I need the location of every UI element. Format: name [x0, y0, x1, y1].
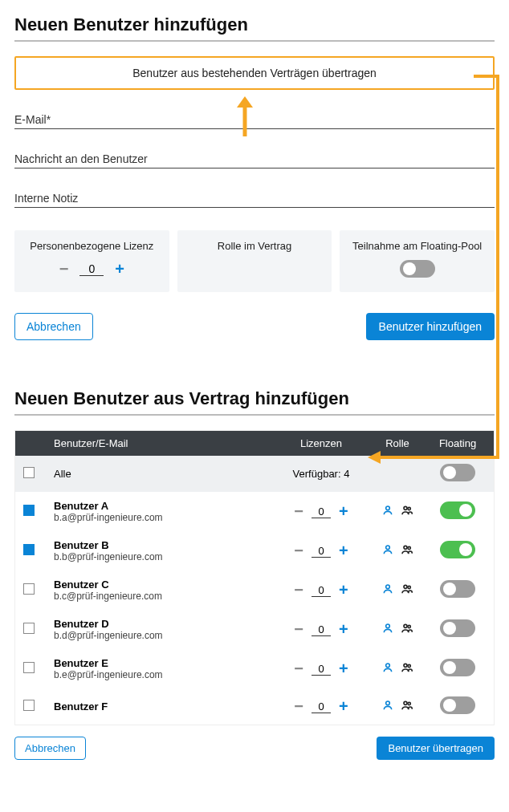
role-single-user-icon[interactable] — [381, 504, 394, 519]
col-license-header: Lizenzen — [277, 437, 365, 449]
row-lic-input[interactable] — [312, 623, 331, 636]
cancel-button[interactable]: Abbrechen — [14, 313, 93, 340]
role-card-title: Rolle im Vertrag — [185, 240, 324, 252]
user-name: Benutzer D — [54, 618, 277, 630]
svg-point-11 — [408, 546, 410, 549]
row-checkbox[interactable] — [23, 662, 35, 673]
license-stepper: − + — [22, 260, 161, 278]
svg-point-6 — [386, 506, 390, 510]
col-floating-header: Floating — [430, 437, 486, 449]
row-lic-minus[interactable]: − — [294, 697, 303, 716]
role-group-icon[interactable] — [401, 583, 413, 598]
row-floating-toggle[interactable] — [440, 619, 475, 637]
role-single-user-icon[interactable] — [381, 583, 394, 598]
license-value-input[interactable] — [79, 262, 104, 276]
internal-note-label: Interne Notiz — [14, 192, 78, 205]
license-card: Personenbezogene Lizenz − + — [14, 230, 169, 292]
table-row: Benutzer Cb.c@prüf-ingenieure.com−+ — [15, 570, 494, 610]
row-lic-minus[interactable]: − — [294, 502, 303, 521]
user-name: Benutzer E — [54, 657, 277, 669]
table-row: Benutzer Bb.b@prüf-ingenieure.com−+ — [15, 531, 494, 570]
row-lic-input[interactable] — [312, 545, 331, 558]
email-label: E-Mail* — [14, 113, 51, 126]
role-group-icon[interactable] — [401, 543, 413, 558]
row-lic-plus[interactable]: + — [339, 620, 348, 639]
transfer-users-button[interactable]: Benutzer übertragen — [377, 737, 495, 760]
svg-point-10 — [404, 546, 407, 549]
internal-note-field[interactable]: Interne Notiz — [14, 191, 495, 208]
row-lic-plus[interactable]: + — [339, 502, 348, 521]
role-single-user-icon[interactable] — [381, 699, 394, 714]
floating-card: Teilnahme am Floating-Pool — [340, 230, 495, 292]
svg-point-18 — [386, 664, 390, 668]
row-checkbox[interactable] — [23, 505, 35, 516]
role-single-user-icon[interactable] — [381, 543, 394, 558]
role-single-user-icon[interactable] — [381, 622, 394, 637]
email-field[interactable]: E-Mail* — [14, 112, 495, 129]
row-checkbox[interactable] — [23, 583, 35, 595]
role-card: Rolle im Vertrag — [177, 230, 332, 292]
svg-point-9 — [386, 546, 390, 550]
license-plus-button[interactable]: + — [115, 260, 124, 278]
transfer-from-contracts-button[interactable]: Benutzer aus bestehenden Verträgen übert… — [14, 56, 495, 90]
row-lic-minus[interactable]: − — [294, 660, 303, 678]
table-row: Benutzer Ab.a@prüf-ingenieure.com−+ — [15, 492, 494, 531]
row-lic-plus[interactable]: + — [339, 581, 348, 599]
floating-toggle-all[interactable] — [440, 464, 475, 481]
row-checkbox[interactable] — [23, 623, 35, 634]
role-group-icon[interactable] — [401, 504, 413, 519]
svg-point-22 — [404, 701, 407, 704]
user-email: b.d@prüf-ingenieure.com — [54, 630, 277, 641]
row-lic-input[interactable] — [312, 584, 331, 597]
add-user-button[interactable]: Benutzer hinzufügen — [366, 313, 495, 340]
row-lic-input[interactable] — [312, 700, 331, 713]
svg-point-12 — [386, 585, 390, 589]
users-table: Benutzer/E-Mail Lizenzen Rolle Floating … — [14, 430, 495, 725]
checkbox-all[interactable] — [23, 467, 35, 478]
svg-point-23 — [408, 702, 410, 704]
user-email: b.a@prüf-ingenieure.com — [54, 512, 277, 523]
svg-point-21 — [386, 701, 390, 705]
floating-toggle[interactable] — [400, 260, 435, 278]
svg-point-16 — [404, 624, 407, 627]
col-user-header: Benutzer/E-Mail — [54, 437, 277, 449]
cancel-button-bottom[interactable]: Abbrechen — [14, 737, 86, 760]
table-row: Benutzer Eb.e@prüf-ingenieure.com−+ — [15, 649, 494, 688]
user-email: b.c@prüf-ingenieure.com — [54, 591, 277, 602]
row-lic-minus[interactable]: − — [294, 581, 303, 599]
svg-point-14 — [408, 586, 410, 588]
svg-marker-1 — [237, 96, 253, 108]
row-lic-minus[interactable]: − — [294, 620, 303, 639]
table-header: Benutzer/E-Mail Lizenzen Rolle Floating — [15, 431, 494, 456]
license-card-title: Personenbezogene Lizenz — [22, 240, 161, 252]
role-group-icon[interactable] — [401, 622, 413, 637]
license-minus-button[interactable]: − — [59, 260, 69, 278]
available-label: Verfügbar: 4 — [277, 468, 365, 480]
row-lic-plus[interactable]: + — [339, 697, 348, 716]
role-single-user-icon[interactable] — [381, 661, 394, 676]
svg-point-8 — [408, 507, 410, 510]
row-floating-toggle[interactable] — [440, 659, 475, 676]
row-checkbox[interactable] — [23, 544, 35, 555]
row-floating-toggle[interactable] — [440, 541, 475, 558]
user-name: Benutzer A — [54, 500, 277, 512]
page-title-add-from-contract: Neuen Benutzer aus Vertrag hinzufügen — [14, 388, 495, 416]
row-lic-input[interactable] — [312, 505, 331, 518]
role-group-icon[interactable] — [401, 661, 413, 676]
user-name: Benutzer C — [54, 579, 277, 591]
user-email: b.e@prüf-ingenieure.com — [54, 669, 277, 680]
row-lic-input[interactable] — [312, 663, 331, 676]
table-row-all: Alle Verfügbar: 4 — [15, 456, 494, 492]
row-lic-minus[interactable]: − — [294, 542, 303, 560]
row-checkbox[interactable] — [23, 700, 35, 711]
role-group-icon[interactable] — [401, 699, 413, 714]
row-floating-toggle[interactable] — [440, 501, 475, 519]
floating-card-title: Teilnahme am Floating-Pool — [348, 240, 487, 252]
row-floating-toggle[interactable] — [440, 696, 475, 714]
row-floating-toggle[interactable] — [440, 580, 475, 598]
message-field[interactable]: Nachricht an den Benutzer — [14, 152, 495, 168]
row-lic-plus[interactable]: + — [339, 660, 348, 678]
svg-point-15 — [386, 624, 390, 628]
row-lic-plus[interactable]: + — [339, 542, 348, 560]
svg-point-19 — [404, 664, 407, 667]
